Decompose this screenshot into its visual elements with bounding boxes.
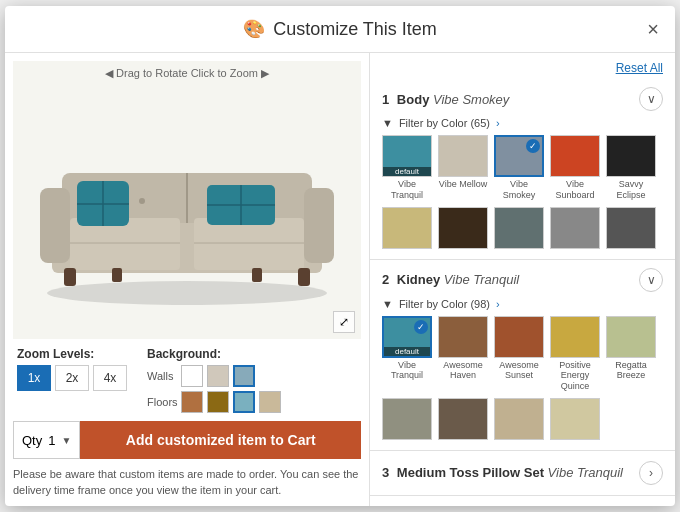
body-swatch-extra-4[interactable] (550, 207, 600, 251)
kidney-swatch-extra-1[interactable] (382, 398, 432, 442)
floors-label: Floors (147, 396, 177, 408)
svg-rect-13 (304, 188, 334, 263)
qty-value: 1 (48, 433, 55, 448)
background-label: Background: (147, 347, 281, 361)
zoom-4x-button[interactable]: 4x (93, 365, 127, 391)
disclaimer-text: Please be aware that custom items are ma… (13, 467, 361, 498)
kidney-swatch-awesome-sunset[interactable]: Awesome Sunset (494, 316, 544, 392)
body-swatch-vibe-sunboard[interactable]: Vibe Sunboard (550, 135, 600, 201)
kidney-swatch-extra-3[interactable] (494, 398, 544, 442)
kidney-swatch-extra-4[interactable] (550, 398, 600, 442)
rotate-hint: ◀ Drag to Rotate Click to Zoom ▶ (105, 67, 269, 80)
qty-label: Qty (22, 433, 42, 448)
kidney-swatch-positive-energy[interactable]: Positive Energy Quince (550, 316, 600, 392)
add-to-cart-button[interactable]: Add customized item to Cart (80, 421, 361, 459)
customize-modal: 🎨 Customize This Item × ◀ Drag to Rotate… (5, 6, 675, 506)
body-swatch-extra-5[interactable] (606, 207, 656, 251)
floors-swatch-1[interactable] (181, 391, 203, 413)
zoom-section: Zoom Levels: 1x 2x 4x (17, 347, 127, 391)
zoom-bg-row: Zoom Levels: 1x 2x 4x Background: Walls (13, 347, 361, 413)
kidney-section-title: 2 Kidney Vibe Tranquil (382, 272, 519, 287)
kidney-section-title-row: 2 Kidney Vibe Tranquil ∨ (382, 268, 663, 292)
qty-selector[interactable]: Qty 1 ▼ (13, 421, 80, 459)
body-section-title-row: 1 Body Vibe Smokey ∨ (382, 87, 663, 111)
product-image-area[interactable]: ◀ Drag to Rotate Click to Zoom ▶ (13, 61, 361, 339)
kidney-filter-label: Filter by Color (98) (399, 298, 490, 310)
svg-rect-21 (252, 268, 262, 282)
body-swatch-vibe-tranquil[interactable]: default Vibe Tranquil (382, 135, 432, 201)
kidney-filter-icon: ▼ (382, 298, 393, 310)
walls-swatch-white[interactable] (181, 365, 203, 387)
body-swatch-extra-1[interactable] (382, 207, 432, 251)
filter-icon: ▼ (382, 117, 393, 129)
svg-point-0 (47, 281, 327, 305)
body-section-title: 1 Body Vibe Smokey (382, 92, 509, 107)
toss-pillow-section: 3 Medium Toss Pillow Set Vibe Tranquil › (370, 451, 675, 496)
reset-all-button[interactable]: Reset All (616, 61, 663, 75)
sofa-image (22, 93, 352, 308)
kidney-swatch-regatta-breeze[interactable]: Regatta Breeze (606, 316, 656, 392)
svg-point-5 (139, 198, 145, 204)
kidney-chevron-button[interactable]: ∨ (639, 268, 663, 292)
kidney-swatch-awesome-haven[interactable]: Awesome Haven (438, 316, 488, 392)
kidney-section: 2 Kidney Vibe Tranquil ∨ ▼ Filter by Col… (370, 260, 675, 451)
floors-swatch-2[interactable] (207, 391, 229, 413)
svg-rect-12 (40, 188, 70, 263)
svg-rect-18 (64, 268, 76, 286)
qty-arrow-icon: ▼ (61, 435, 71, 446)
body-swatches-grid: default Vibe Tranquil Vibe Mellow ✓ (382, 135, 663, 251)
floors-swatch-4[interactable] (259, 391, 281, 413)
background-section: Background: Walls Floors (147, 347, 281, 413)
body-filter-label: Filter by Color (65) (399, 117, 490, 129)
walls-swatch-beige[interactable] (207, 365, 229, 387)
zoom-buttons: 1x 2x 4x (17, 365, 127, 391)
svg-rect-15 (194, 218, 304, 270)
kidney-swatch-vibe-tranquil[interactable]: ✓ default Vibe Tranquil (382, 316, 432, 392)
zoom-1x-button[interactable]: 1x (17, 365, 51, 391)
kidney-swatches-grid: ✓ default Vibe Tranquil Awesome Haven Aw… (382, 316, 663, 442)
body-swatch-extra-2[interactable] (438, 207, 488, 251)
zoom-label: Zoom Levels: (17, 347, 127, 361)
expand-button[interactable]: ⤢ (333, 311, 355, 333)
body-swatch-vibe-mellow[interactable]: Vibe Mellow (438, 135, 488, 201)
walls-label: Walls (147, 370, 177, 382)
toss-pillow-section-title: 3 Medium Toss Pillow Set Vibe Tranquil (382, 465, 623, 480)
floors-row: Floors (147, 391, 281, 413)
left-panel: ◀ Drag to Rotate Click to Zoom ▶ (5, 53, 370, 506)
modal-header: 🎨 Customize This Item × (5, 6, 675, 53)
background-rows: Walls Floors (147, 365, 281, 413)
body-chevron-button[interactable]: ∨ (639, 87, 663, 111)
svg-rect-20 (112, 268, 122, 282)
svg-rect-19 (298, 268, 310, 286)
body-filter-expand[interactable]: › (496, 117, 500, 129)
walls-row: Walls (147, 365, 281, 387)
body-swatch-savvy-eclipse[interactable]: Savvy Eclipse (606, 135, 656, 201)
kidney-swatch-extra-2[interactable] (438, 398, 488, 442)
right-panel-header: Reset All (370, 61, 675, 79)
kidney-filter-expand[interactable]: › (496, 298, 500, 310)
modal-body: ◀ Drag to Rotate Click to Zoom ▶ (5, 53, 675, 506)
walls-swatch-blue[interactable] (233, 365, 255, 387)
close-button[interactable]: × (647, 18, 659, 41)
palette-icon: 🎨 (243, 18, 265, 40)
floors-swatch-3[interactable] (233, 391, 255, 413)
add-to-cart-row: Qty 1 ▼ Add customized item to Cart (13, 421, 361, 459)
zoom-2x-button[interactable]: 2x (55, 365, 89, 391)
body-section: 1 Body Vibe Smokey ∨ ▼ Filter by Color (… (370, 79, 675, 260)
body-swatch-extra-3[interactable] (494, 207, 544, 251)
body-swatch-vibe-smokey[interactable]: ✓ Vibe Smokey (494, 135, 544, 201)
body-filter-row: ▼ Filter by Color (65) › (382, 117, 663, 129)
toss-pillow-chevron-button[interactable]: › (639, 461, 663, 485)
kidney-filter-row: ▼ Filter by Color (98) › (382, 298, 663, 310)
modal-title: 🎨 Customize This Item (243, 18, 437, 40)
right-panel: Reset All 1 Body Vibe Smokey ∨ ▼ Filter … (370, 53, 675, 506)
